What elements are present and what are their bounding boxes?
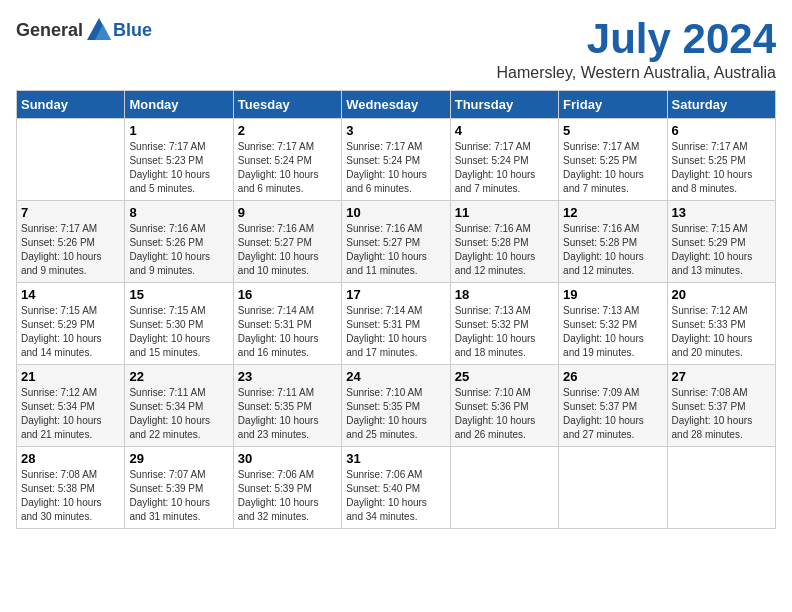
calendar-day-cell: 9Sunrise: 7:16 AMSunset: 5:27 PMDaylight…: [233, 201, 341, 283]
day-info: Sunrise: 7:06 AMSunset: 5:39 PMDaylight:…: [238, 468, 337, 524]
day-info: Sunrise: 7:12 AMSunset: 5:34 PMDaylight:…: [21, 386, 120, 442]
day-number: 18: [455, 287, 554, 302]
day-info: Sunrise: 7:15 AMSunset: 5:30 PMDaylight:…: [129, 304, 228, 360]
day-number: 19: [563, 287, 662, 302]
calendar-week-row: 14Sunrise: 7:15 AMSunset: 5:29 PMDayligh…: [17, 283, 776, 365]
calendar-week-row: 7Sunrise: 7:17 AMSunset: 5:26 PMDaylight…: [17, 201, 776, 283]
calendar-week-row: 21Sunrise: 7:12 AMSunset: 5:34 PMDayligh…: [17, 365, 776, 447]
calendar-day-cell: 12Sunrise: 7:16 AMSunset: 5:28 PMDayligh…: [559, 201, 667, 283]
weekday-header-row: SundayMondayTuesdayWednesdayThursdayFrid…: [17, 91, 776, 119]
weekday-header-cell: Friday: [559, 91, 667, 119]
day-number: 11: [455, 205, 554, 220]
day-info: Sunrise: 7:08 AMSunset: 5:37 PMDaylight:…: [672, 386, 771, 442]
calendar-day-cell: 3Sunrise: 7:17 AMSunset: 5:24 PMDaylight…: [342, 119, 450, 201]
day-number: 25: [455, 369, 554, 384]
day-number: 5: [563, 123, 662, 138]
calendar-day-cell: 17Sunrise: 7:14 AMSunset: 5:31 PMDayligh…: [342, 283, 450, 365]
day-info: Sunrise: 7:06 AMSunset: 5:40 PMDaylight:…: [346, 468, 445, 524]
day-number: 4: [455, 123, 554, 138]
weekday-header-cell: Tuesday: [233, 91, 341, 119]
day-info: Sunrise: 7:16 AMSunset: 5:27 PMDaylight:…: [346, 222, 445, 278]
day-number: 26: [563, 369, 662, 384]
calendar-day-cell: 29Sunrise: 7:07 AMSunset: 5:39 PMDayligh…: [125, 447, 233, 529]
day-number: 31: [346, 451, 445, 466]
calendar-body: 1Sunrise: 7:17 AMSunset: 5:23 PMDaylight…: [17, 119, 776, 529]
day-info: Sunrise: 7:11 AMSunset: 5:35 PMDaylight:…: [238, 386, 337, 442]
calendar-day-cell: [450, 447, 558, 529]
day-number: 6: [672, 123, 771, 138]
calendar-day-cell: 18Sunrise: 7:13 AMSunset: 5:32 PMDayligh…: [450, 283, 558, 365]
day-number: 30: [238, 451, 337, 466]
day-number: 22: [129, 369, 228, 384]
day-number: 20: [672, 287, 771, 302]
calendar-day-cell: [17, 119, 125, 201]
day-number: 13: [672, 205, 771, 220]
calendar-day-cell: 24Sunrise: 7:10 AMSunset: 5:35 PMDayligh…: [342, 365, 450, 447]
day-info: Sunrise: 7:17 AMSunset: 5:24 PMDaylight:…: [238, 140, 337, 196]
day-number: 1: [129, 123, 228, 138]
logo-icon: [85, 16, 113, 44]
day-info: Sunrise: 7:14 AMSunset: 5:31 PMDaylight:…: [238, 304, 337, 360]
logo: General Blue: [16, 16, 152, 44]
weekday-header-cell: Monday: [125, 91, 233, 119]
calendar-day-cell: 22Sunrise: 7:11 AMSunset: 5:34 PMDayligh…: [125, 365, 233, 447]
logo-blue: Blue: [113, 20, 152, 41]
day-number: 24: [346, 369, 445, 384]
title-block: July 2024 Hamersley, Western Australia, …: [496, 16, 776, 82]
calendar-day-cell: 31Sunrise: 7:06 AMSunset: 5:40 PMDayligh…: [342, 447, 450, 529]
day-info: Sunrise: 7:15 AMSunset: 5:29 PMDaylight:…: [672, 222, 771, 278]
day-number: 15: [129, 287, 228, 302]
day-number: 2: [238, 123, 337, 138]
day-info: Sunrise: 7:17 AMSunset: 5:25 PMDaylight:…: [563, 140, 662, 196]
day-info: Sunrise: 7:17 AMSunset: 5:24 PMDaylight:…: [455, 140, 554, 196]
calendar-day-cell: 30Sunrise: 7:06 AMSunset: 5:39 PMDayligh…: [233, 447, 341, 529]
day-info: Sunrise: 7:13 AMSunset: 5:32 PMDaylight:…: [455, 304, 554, 360]
calendar-day-cell: 16Sunrise: 7:14 AMSunset: 5:31 PMDayligh…: [233, 283, 341, 365]
day-info: Sunrise: 7:17 AMSunset: 5:25 PMDaylight:…: [672, 140, 771, 196]
calendar-day-cell: 15Sunrise: 7:15 AMSunset: 5:30 PMDayligh…: [125, 283, 233, 365]
calendar-day-cell: 6Sunrise: 7:17 AMSunset: 5:25 PMDaylight…: [667, 119, 775, 201]
calendar-day-cell: 7Sunrise: 7:17 AMSunset: 5:26 PMDaylight…: [17, 201, 125, 283]
weekday-header-cell: Thursday: [450, 91, 558, 119]
day-number: 28: [21, 451, 120, 466]
calendar-day-cell: 4Sunrise: 7:17 AMSunset: 5:24 PMDaylight…: [450, 119, 558, 201]
day-number: 21: [21, 369, 120, 384]
day-info: Sunrise: 7:08 AMSunset: 5:38 PMDaylight:…: [21, 468, 120, 524]
location-title: Hamersley, Western Australia, Australia: [496, 64, 776, 82]
day-info: Sunrise: 7:11 AMSunset: 5:34 PMDaylight:…: [129, 386, 228, 442]
calendar-day-cell: [667, 447, 775, 529]
calendar-day-cell: 1Sunrise: 7:17 AMSunset: 5:23 PMDaylight…: [125, 119, 233, 201]
day-info: Sunrise: 7:15 AMSunset: 5:29 PMDaylight:…: [21, 304, 120, 360]
day-number: 16: [238, 287, 337, 302]
day-info: Sunrise: 7:07 AMSunset: 5:39 PMDaylight:…: [129, 468, 228, 524]
day-number: 17: [346, 287, 445, 302]
day-number: 27: [672, 369, 771, 384]
weekday-header-cell: Wednesday: [342, 91, 450, 119]
calendar-day-cell: 20Sunrise: 7:12 AMSunset: 5:33 PMDayligh…: [667, 283, 775, 365]
day-number: 12: [563, 205, 662, 220]
day-info: Sunrise: 7:12 AMSunset: 5:33 PMDaylight:…: [672, 304, 771, 360]
day-number: 7: [21, 205, 120, 220]
calendar-day-cell: 25Sunrise: 7:10 AMSunset: 5:36 PMDayligh…: [450, 365, 558, 447]
day-info: Sunrise: 7:17 AMSunset: 5:26 PMDaylight:…: [21, 222, 120, 278]
day-info: Sunrise: 7:16 AMSunset: 5:26 PMDaylight:…: [129, 222, 228, 278]
day-info: Sunrise: 7:10 AMSunset: 5:36 PMDaylight:…: [455, 386, 554, 442]
calendar-day-cell: 23Sunrise: 7:11 AMSunset: 5:35 PMDayligh…: [233, 365, 341, 447]
calendar-day-cell: 14Sunrise: 7:15 AMSunset: 5:29 PMDayligh…: [17, 283, 125, 365]
calendar-week-row: 1Sunrise: 7:17 AMSunset: 5:23 PMDaylight…: [17, 119, 776, 201]
day-info: Sunrise: 7:16 AMSunset: 5:28 PMDaylight:…: [563, 222, 662, 278]
calendar-day-cell: 26Sunrise: 7:09 AMSunset: 5:37 PMDayligh…: [559, 365, 667, 447]
calendar-day-cell: [559, 447, 667, 529]
calendar-day-cell: 5Sunrise: 7:17 AMSunset: 5:25 PMDaylight…: [559, 119, 667, 201]
calendar-day-cell: 8Sunrise: 7:16 AMSunset: 5:26 PMDaylight…: [125, 201, 233, 283]
calendar-day-cell: 2Sunrise: 7:17 AMSunset: 5:24 PMDaylight…: [233, 119, 341, 201]
day-number: 9: [238, 205, 337, 220]
day-number: 10: [346, 205, 445, 220]
logo-general: General: [16, 20, 83, 41]
day-info: Sunrise: 7:14 AMSunset: 5:31 PMDaylight:…: [346, 304, 445, 360]
day-number: 8: [129, 205, 228, 220]
day-info: Sunrise: 7:16 AMSunset: 5:28 PMDaylight:…: [455, 222, 554, 278]
calendar-day-cell: 28Sunrise: 7:08 AMSunset: 5:38 PMDayligh…: [17, 447, 125, 529]
day-number: 14: [21, 287, 120, 302]
day-info: Sunrise: 7:09 AMSunset: 5:37 PMDaylight:…: [563, 386, 662, 442]
